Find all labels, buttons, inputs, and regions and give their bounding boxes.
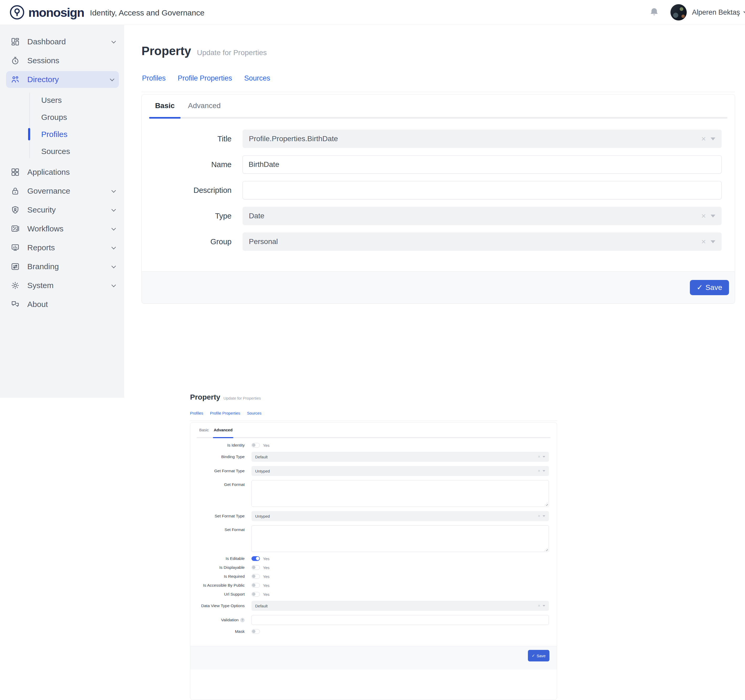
caret-down-icon[interactable] (543, 470, 545, 472)
clear-icon[interactable]: × (538, 455, 540, 459)
user-avatar[interactable] (670, 4, 687, 21)
clear-icon[interactable]: × (701, 238, 706, 246)
select-value: Untyped (255, 469, 270, 473)
page-subtitle: Update for Properties (197, 49, 267, 57)
clear-icon[interactable]: × (701, 212, 706, 220)
clear-icon[interactable]: × (538, 604, 540, 608)
get-format-type-select[interactable]: Untyped × (251, 466, 549, 476)
breadcrumb-links: Profiles Profile Properties Sources (142, 74, 745, 82)
mask-toggle[interactable] (251, 629, 260, 634)
caret-down-icon[interactable] (711, 215, 715, 218)
sidebar-item-governance[interactable]: Governance (0, 182, 124, 200)
monosign-logo-icon (9, 5, 25, 20)
sidebar-item-sources[interactable]: Sources (0, 143, 124, 160)
save-label: Save (537, 654, 546, 658)
card-footer: ✓ Save (142, 271, 735, 303)
dashboard-icon (10, 37, 20, 46)
chevron-down-icon[interactable] (112, 264, 116, 268)
is-required-toggle[interactable] (251, 574, 260, 579)
sidebar-item-label: Governance (27, 187, 70, 196)
tab-basic[interactable]: Basic (197, 428, 211, 432)
tab-basic[interactable]: Basic (149, 101, 181, 110)
sidebar-item-directory[interactable]: Directory (6, 71, 119, 88)
description-input[interactable] (242, 181, 722, 199)
chevron-down-icon[interactable] (110, 77, 114, 81)
caret-down-icon[interactable] (711, 240, 715, 243)
sidebar-item-sessions[interactable]: Sessions (0, 51, 124, 70)
field-label: Is Required (190, 574, 251, 579)
data-view-type-options-select[interactable]: Default × (251, 601, 549, 611)
sidebar-item-system[interactable]: System (0, 276, 124, 295)
form-row-get-format-type: Get Format Type Untyped × (190, 466, 549, 476)
binding-type-select[interactable]: Default × (251, 452, 549, 462)
form-row-group: Group Personal × (142, 233, 722, 251)
lock-icon (10, 186, 20, 196)
clear-icon[interactable]: × (538, 469, 540, 473)
name-input[interactable] (242, 155, 722, 174)
caret-down-icon[interactable] (711, 137, 715, 140)
user-menu-chevron-down-icon[interactable] (744, 9, 745, 14)
sidebar-item-users[interactable]: Users (0, 91, 124, 109)
is-accessible-by-public-toggle[interactable] (251, 583, 260, 588)
sidebar-item-groups[interactable]: Groups (0, 109, 124, 126)
clear-icon[interactable]: × (538, 514, 540, 518)
title-select[interactable]: Profile.Properties.BirthDate × (242, 130, 722, 148)
page-header: Property Update for Properties (190, 393, 557, 401)
sidebar-item-security[interactable]: Security (0, 200, 124, 219)
field-label: Mask (190, 629, 251, 634)
tab-bar: Basic Advanced (142, 94, 735, 117)
toggle-suffix: Yes (263, 566, 269, 570)
set-format-type-select[interactable]: Untyped × (251, 511, 549, 521)
clear-icon[interactable]: × (701, 135, 706, 143)
help-icon[interactable]: ? (240, 618, 245, 622)
caret-down-icon[interactable] (543, 456, 545, 458)
user-name[interactable]: Alperen Bektaş (692, 8, 740, 16)
link-profiles[interactable]: Profiles (142, 74, 166, 82)
apps-grid-icon (10, 167, 20, 177)
link-profile-properties[interactable]: Profile Properties (210, 411, 240, 415)
validation-input[interactable] (251, 615, 549, 625)
tab-advanced[interactable]: Advanced (213, 428, 233, 432)
sidebar-item-label: Security (27, 206, 56, 214)
link-sources[interactable]: Sources (244, 74, 270, 82)
caret-down-icon[interactable] (543, 515, 545, 517)
chevron-down-icon[interactable] (112, 207, 116, 212)
set-format-textarea[interactable] (251, 525, 549, 552)
save-button[interactable]: ✓ Save (690, 280, 729, 295)
link-sources[interactable]: Sources (247, 411, 262, 415)
sidebar-item-reports[interactable]: Reports (0, 238, 124, 257)
sidebar-item-dashboard[interactable]: Dashboard (0, 32, 124, 51)
active-tab-underline (213, 437, 233, 438)
is-displayable-toggle[interactable] (251, 565, 260, 570)
is-identity-toggle[interactable] (251, 443, 260, 448)
url-support-toggle[interactable] (251, 592, 260, 597)
toggle-knob (252, 630, 256, 633)
form-row-description: Description (142, 181, 722, 199)
is-editable-toggle[interactable] (251, 556, 260, 561)
notifications-bell-icon[interactable] (649, 7, 660, 18)
chevron-down-icon[interactable] (112, 188, 116, 193)
chevron-down-icon[interactable] (112, 282, 116, 287)
sidebar-item-applications[interactable]: Applications (0, 163, 124, 182)
group-select[interactable]: Personal × (242, 233, 722, 251)
sidebar-item-profiles[interactable]: Profiles (0, 126, 124, 143)
chevron-down-icon[interactable] (112, 226, 116, 230)
sidebar-item-branding[interactable]: Branding (0, 257, 124, 276)
save-button[interactable]: ✓ Save (528, 650, 549, 661)
chevron-down-icon[interactable] (112, 39, 116, 43)
sidebar-item-about[interactable]: About (0, 295, 124, 314)
tab-bar: Basic Advanced (190, 422, 557, 437)
select-value: Profile.Properties.BirthDate (249, 134, 338, 143)
field-label: Description (142, 186, 242, 195)
chevron-down-icon[interactable] (112, 245, 116, 249)
sidebar-item-workflows[interactable]: Workflows (0, 219, 124, 238)
get-format-textarea[interactable] (251, 480, 549, 507)
link-profile-properties[interactable]: Profile Properties (178, 74, 232, 82)
tab-advanced[interactable]: Advanced (185, 101, 224, 110)
brand-tagline: Identity, Access and Governance (90, 8, 205, 17)
sidebar-item-label: Users (41, 96, 62, 105)
link-profiles[interactable]: Profiles (190, 411, 203, 415)
type-select[interactable]: Date × (242, 207, 722, 225)
page-title: Property (190, 393, 220, 401)
caret-down-icon[interactable] (543, 605, 545, 607)
